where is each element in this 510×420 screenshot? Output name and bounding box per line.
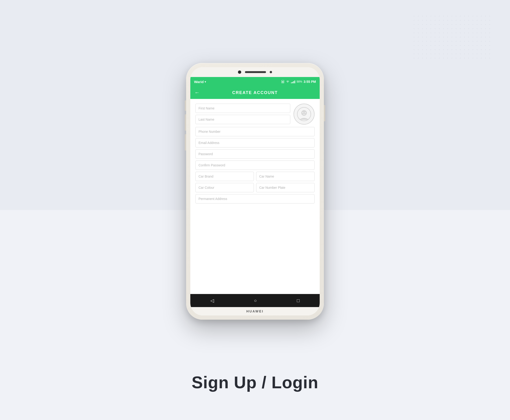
nav-back-button[interactable]: ◁ <box>210 298 214 303</box>
email-group <box>195 138 315 148</box>
car-brand-input[interactable] <box>195 172 254 181</box>
volume-up-button <box>185 114 186 131</box>
page-title-container: Sign Up / Login <box>192 373 318 392</box>
signal-bars <box>291 80 295 83</box>
email-input[interactable] <box>195 138 315 148</box>
status-left: Warid ▾ <box>194 80 206 84</box>
sim-icon <box>281 80 284 83</box>
sensor-dot <box>270 71 272 73</box>
address-group <box>195 194 315 203</box>
password-group <box>195 149 315 159</box>
app-header: ← CREATE ACCOUNT <box>190 86 320 99</box>
page-title: Sign Up / Login <box>192 373 318 392</box>
svg-point-4 <box>302 112 303 113</box>
car-number-plate-input[interactable] <box>256 183 315 192</box>
car-colour-input[interactable] <box>195 183 254 192</box>
car-row-1 <box>195 172 315 181</box>
last-name-input[interactable] <box>195 115 290 124</box>
password-input[interactable] <box>195 149 315 159</box>
svg-point-5 <box>305 112 306 113</box>
nav-home-button[interactable]: ○ <box>254 298 257 303</box>
battery-label: 98% <box>297 80 302 83</box>
form-content <box>190 99 320 294</box>
phone-sensor-bar <box>190 67 320 77</box>
bottom-nav: ◁ ○ □ <box>190 294 320 307</box>
status-right: 98% 3:55 PM <box>281 80 316 83</box>
avatar-icon <box>297 107 311 121</box>
phone-number-group <box>195 127 315 136</box>
phone-number-input[interactable] <box>195 127 315 136</box>
phone-shell: Warid ▾ <box>186 63 324 320</box>
time-label: 3:55 PM <box>304 80 316 83</box>
confirm-password-group <box>195 161 315 170</box>
volume-silent-button <box>185 100 186 111</box>
first-name-input[interactable] <box>195 104 290 113</box>
header-title: CREATE ACCOUNT <box>232 90 278 95</box>
carrier-label: Warid <box>194 80 204 84</box>
camera-dot <box>238 70 241 74</box>
wifi-icon: ▾ <box>205 80 206 83</box>
nav-recents-button[interactable]: □ <box>297 298 300 303</box>
speaker-bar <box>245 71 266 73</box>
power-button <box>324 105 325 121</box>
dot-pattern-decoration <box>412 14 491 61</box>
confirm-password-input[interactable] <box>195 161 315 170</box>
car-row-2 <box>195 183 315 192</box>
status-bar: Warid ▾ <box>190 77 320 86</box>
phone-mockup: Warid ▾ <box>186 63 324 320</box>
svg-rect-1 <box>282 82 284 82</box>
avatar-upload[interactable] <box>294 104 315 125</box>
phone-brand-bar: HUAWEI <box>190 307 320 315</box>
brand-label: HUAWEI <box>246 309 264 313</box>
name-fields <box>195 104 290 124</box>
phone-screen: Warid ▾ <box>190 67 320 315</box>
top-section <box>195 104 315 125</box>
car-name-input[interactable] <box>256 172 315 181</box>
svg-point-3 <box>301 110 307 116</box>
volume-down-button <box>185 134 186 150</box>
permanent-address-input[interactable] <box>195 194 315 203</box>
wifi-signal-icon <box>286 80 290 83</box>
back-button[interactable]: ← <box>194 90 200 96</box>
